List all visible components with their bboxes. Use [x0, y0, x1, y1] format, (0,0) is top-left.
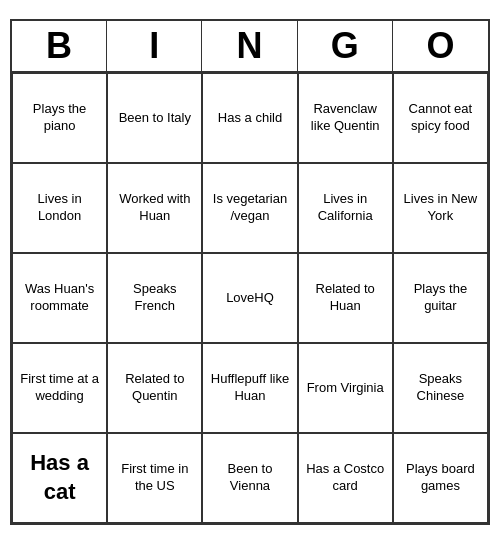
bingo-letter-b: B	[12, 21, 107, 71]
bingo-cell-1[interactable]: Been to Italy	[107, 73, 202, 163]
bingo-cell-6[interactable]: Worked with Huan	[107, 163, 202, 253]
bingo-cell-18[interactable]: From Virginia	[298, 343, 393, 433]
bingo-cell-13[interactable]: Related to Huan	[298, 253, 393, 343]
bingo-cell-14[interactable]: Plays the guitar	[393, 253, 488, 343]
bingo-letter-g: G	[298, 21, 393, 71]
bingo-header: BINGO	[12, 21, 488, 73]
bingo-cell-11[interactable]: Speaks French	[107, 253, 202, 343]
bingo-card: BINGO Plays the pianoBeen to ItalyHas a …	[10, 19, 490, 525]
bingo-cell-10[interactable]: Was Huan's roommate	[12, 253, 107, 343]
bingo-cell-24[interactable]: Plays board games	[393, 433, 488, 523]
bingo-cell-12[interactable]: LoveHQ	[202, 253, 297, 343]
bingo-cell-15[interactable]: First time at a wedding	[12, 343, 107, 433]
bingo-letter-i: I	[107, 21, 202, 71]
bingo-cell-16[interactable]: Related to Quentin	[107, 343, 202, 433]
bingo-cell-21[interactable]: First time in the US	[107, 433, 202, 523]
bingo-cell-8[interactable]: Lives in California	[298, 163, 393, 253]
bingo-cell-3[interactable]: Ravenclaw like Quentin	[298, 73, 393, 163]
bingo-cell-5[interactable]: Lives in London	[12, 163, 107, 253]
bingo-cell-4[interactable]: Cannot eat spicy food	[393, 73, 488, 163]
bingo-cell-17[interactable]: Hufflepuff like Huan	[202, 343, 297, 433]
bingo-grid: Plays the pianoBeen to ItalyHas a childR…	[12, 73, 488, 523]
bingo-cell-23[interactable]: Has a Costco card	[298, 433, 393, 523]
bingo-letter-o: O	[393, 21, 488, 71]
bingo-cell-20[interactable]: Has a cat	[12, 433, 107, 523]
bingo-cell-0[interactable]: Plays the piano	[12, 73, 107, 163]
bingo-cell-19[interactable]: Speaks Chinese	[393, 343, 488, 433]
bingo-cell-22[interactable]: Been to Vienna	[202, 433, 297, 523]
bingo-cell-7[interactable]: Is vegetarian /vegan	[202, 163, 297, 253]
bingo-cell-2[interactable]: Has a child	[202, 73, 297, 163]
bingo-letter-n: N	[202, 21, 297, 71]
bingo-cell-9[interactable]: Lives in New York	[393, 163, 488, 253]
